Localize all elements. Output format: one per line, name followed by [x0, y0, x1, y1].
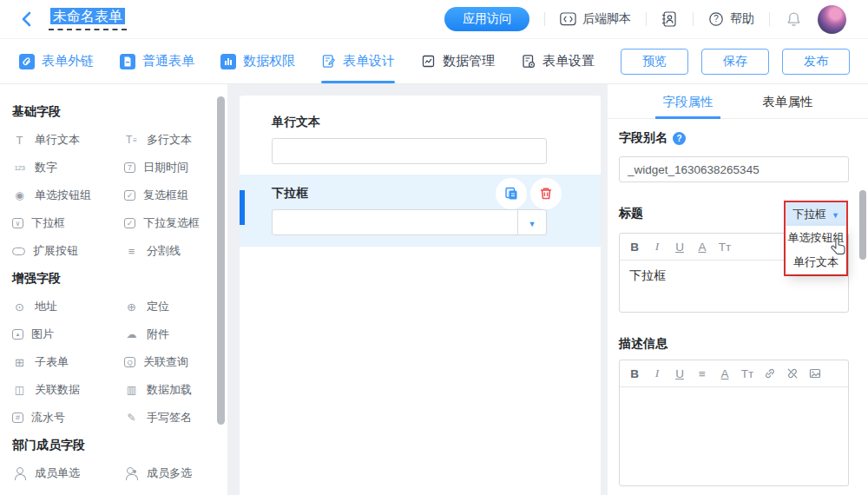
- form-settings-icon: [521, 54, 536, 69]
- bold-icon[interactable]: B: [623, 241, 646, 254]
- select-field-input[interactable]: [272, 209, 547, 235]
- duplicate-field-button[interactable]: [496, 178, 527, 209]
- tab-form-design[interactable]: 表单设计: [321, 39, 395, 83]
- align-icon[interactable]: ≡: [691, 367, 713, 380]
- field-item-image[interactable]: 图片: [12, 320, 124, 348]
- tab-normal-form[interactable]: 普通表单: [120, 39, 194, 83]
- form-title[interactable]: 未命名表单: [49, 8, 127, 30]
- select-caret-button[interactable]: [517, 210, 546, 234]
- field-item-related-query[interactable]: 关联查询: [124, 348, 227, 376]
- form-title-text: 未命名表单: [50, 8, 125, 24]
- single-line-text-input[interactable]: [272, 138, 547, 164]
- field-item-dept-single[interactable]: 部门单选: [12, 487, 124, 495]
- field-action-icons: [496, 178, 562, 209]
- backend-script-label: 后端脚本: [582, 11, 631, 27]
- section-title-basic-fields: 基础字段: [12, 98, 227, 126]
- divider: [646, 12, 647, 26]
- radio-icon: [12, 188, 27, 203]
- field-item-related-data[interactable]: 关联数据: [12, 376, 124, 404]
- panel-scrollbar[interactable]: [859, 190, 866, 260]
- alias-help-icon[interactable]: [673, 132, 686, 145]
- field-item-member-single[interactable]: 成员单选: [12, 459, 124, 487]
- field-item-location[interactable]: 定位: [124, 293, 227, 320]
- canvas-field-select-selected[interactable]: 下拉框: [240, 175, 601, 247]
- field-item-serial-number[interactable]: 流水号: [12, 404, 124, 432]
- field-item-dept-multi[interactable]: 部门多选: [124, 487, 227, 495]
- title-label: 标题: [619, 205, 643, 222]
- dropdown-option-single-line-text[interactable]: 单行文本: [786, 250, 846, 274]
- trash-icon: [538, 186, 554, 201]
- address-pin-icon: [12, 300, 27, 314]
- app-access-button[interactable]: 应用访问: [444, 7, 529, 31]
- location-icon: [124, 300, 139, 314]
- save-button[interactable]: 保存: [701, 49, 769, 75]
- avatar[interactable]: [818, 5, 846, 34]
- sidebar-scrollbar[interactable]: [217, 96, 225, 425]
- backend-script-button[interactable]: 后端脚本: [560, 11, 631, 27]
- alias-input[interactable]: [619, 156, 849, 182]
- delete-field-button[interactable]: [530, 178, 562, 209]
- italic-icon[interactable]: I: [646, 240, 668, 254]
- copy-icon: [503, 186, 519, 201]
- field-item-single-line-text[interactable]: 单行文本: [12, 126, 124, 154]
- field-item-multi-select[interactable]: 下拉复选框: [124, 209, 227, 237]
- field-item-select[interactable]: 下拉框: [12, 209, 124, 237]
- font-color-icon[interactable]: A: [713, 367, 736, 380]
- tab-label: 表单设置: [542, 53, 595, 69]
- address-book-button[interactable]: [661, 11, 678, 27]
- field-item-address[interactable]: 地址: [12, 293, 124, 320]
- italic-icon[interactable]: I: [646, 366, 668, 380]
- field-item-member-multi[interactable]: 成员多选: [124, 459, 227, 487]
- tab-label: 表单外链: [42, 53, 94, 69]
- field-item-number[interactable]: 数字: [12, 154, 124, 182]
- divider: [769, 12, 770, 26]
- field-item-divider[interactable]: 分割线: [124, 237, 227, 265]
- multi-line-text-icon: [124, 133, 139, 148]
- field-item-data-load[interactable]: 数据加载: [124, 376, 227, 404]
- tab-form-properties[interactable]: 表单属性: [755, 84, 820, 119]
- form-actions: 预览 保存 发布: [621, 49, 868, 75]
- font-color-icon[interactable]: A: [691, 241, 713, 254]
- tab-label: 普通表单: [142, 53, 194, 69]
- tab-form-external-link[interactable]: 表单外链: [19, 39, 94, 83]
- tab-data-management[interactable]: 数据管理: [421, 39, 495, 83]
- related-query-icon: [124, 357, 135, 367]
- field-item-radio-group[interactable]: 单选按钮组: [12, 182, 124, 209]
- tab-field-properties[interactable]: 字段属性: [655, 84, 720, 119]
- section-title-enhanced-fields: 增强字段: [12, 265, 227, 293]
- title-type-dropdown[interactable]: 下拉框: [786, 202, 846, 226]
- field-item-multi-line-text[interactable]: 多行文本: [124, 126, 227, 154]
- underline-icon[interactable]: U: [668, 367, 691, 380]
- preview-button[interactable]: 预览: [621, 49, 688, 75]
- back-button[interactable]: [19, 10, 35, 28]
- field-item-subform[interactable]: 子表单: [12, 348, 124, 376]
- unlink-icon[interactable]: [781, 366, 804, 380]
- field-item-attachment[interactable]: 附件: [124, 320, 227, 348]
- canvas-field-single-line-text[interactable]: 单行文本: [240, 96, 601, 164]
- field-properties-body: 字段别名 标题 B I U A Tт 下拉框 描述信息 B: [608, 119, 868, 486]
- publish-button[interactable]: 发布: [782, 49, 850, 75]
- notifications-bell-button[interactable]: [785, 10, 803, 29]
- field-item-signature[interactable]: 手写签名: [124, 404, 227, 432]
- font-size-icon[interactable]: Tт: [713, 241, 736, 254]
- selected-field-indicator-bar: [240, 190, 245, 225]
- help-button[interactable]: ? 帮助: [708, 11, 754, 27]
- field-item-datetime[interactable]: 日期时间: [124, 154, 227, 182]
- underline-icon[interactable]: U: [668, 241, 691, 254]
- dropdown-option-radio-group[interactable]: 单选按钮组: [786, 226, 846, 250]
- insert-image-icon[interactable]: [804, 366, 826, 380]
- bold-icon[interactable]: B: [623, 367, 646, 380]
- active-tab-underline: [655, 116, 720, 119]
- description-editor-content[interactable]: [620, 387, 848, 485]
- font-size-icon[interactable]: Tт: [736, 367, 759, 380]
- users-icon: [124, 466, 139, 481]
- svg-text:?: ?: [713, 14, 719, 23]
- link-icon[interactable]: [759, 366, 781, 380]
- tab-form-settings[interactable]: 表单设置: [521, 39, 595, 83]
- tab-data-permission[interactable]: 数据权限: [220, 39, 295, 83]
- field-item-extend-button[interactable]: 扩展按钮: [12, 237, 124, 265]
- field-item-checkbox-group[interactable]: 复选框组: [124, 182, 227, 209]
- alias-label: 字段别名: [619, 130, 667, 146]
- divider-icon: [124, 244, 139, 259]
- topbar: 未命名表单 应用访问 后端脚本 ? 帮助: [0, 0, 868, 39]
